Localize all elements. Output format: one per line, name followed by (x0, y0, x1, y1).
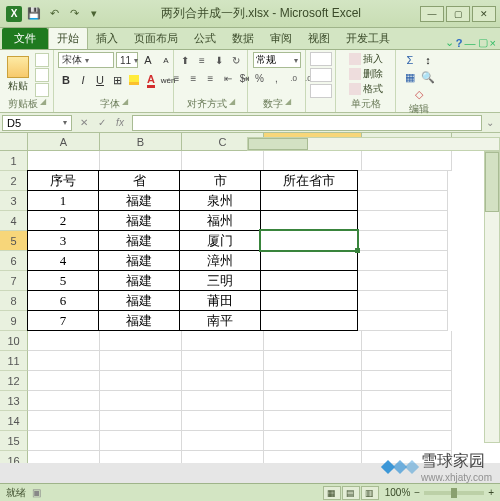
cell-B7[interactable]: 福建 (98, 270, 180, 291)
cell-B5[interactable]: 福建 (98, 230, 180, 251)
cell-A15[interactable] (28, 431, 100, 451)
cond-format-icon[interactable] (310, 52, 332, 66)
row-header-6[interactable]: 6 (0, 251, 28, 271)
cell-E6[interactable] (358, 251, 448, 271)
cell-E3[interactable] (358, 191, 448, 211)
select-all-corner[interactable] (0, 133, 28, 150)
cell-D1[interactable] (264, 151, 362, 171)
row-header-9[interactable]: 9 (0, 311, 28, 331)
row-header-7[interactable]: 7 (0, 271, 28, 291)
cell-B4[interactable]: 福建 (98, 210, 180, 231)
formula-bar[interactable] (132, 115, 482, 131)
row-header-1[interactable]: 1 (0, 151, 28, 171)
orientation-icon[interactable]: ↻ (228, 52, 244, 68)
number-format-combo[interactable]: 常规 (253, 52, 301, 68)
font-size-combo[interactable]: 11 (116, 52, 138, 68)
insert-cells-button[interactable]: 插入 (349, 52, 383, 66)
page-break-view-icon[interactable]: ▥ (361, 486, 379, 500)
indent-dec-icon[interactable]: ⇤ (220, 70, 236, 86)
align-bottom-icon[interactable]: ⬇ (211, 52, 227, 68)
close-button[interactable]: ✕ (472, 6, 496, 22)
window-min-icon[interactable]: — (465, 37, 476, 49)
align-right-icon[interactable]: ≡ (203, 70, 219, 86)
row-header-15[interactable]: 15 (0, 431, 28, 451)
cell-D12[interactable] (264, 371, 362, 391)
row-header-13[interactable]: 13 (0, 391, 28, 411)
fill-color-button[interactable] (126, 72, 142, 88)
cell-B6[interactable]: 福建 (98, 250, 180, 271)
delete-cells-button[interactable]: 删除 (349, 67, 383, 81)
tab-review[interactable]: 审阅 (262, 28, 300, 49)
copy-icon[interactable] (35, 68, 49, 82)
cancel-formula-icon[interactable]: ✕ (76, 115, 92, 131)
cell-D6[interactable] (260, 250, 358, 271)
cell-B9[interactable]: 福建 (98, 310, 180, 331)
column-header-A[interactable]: A (28, 133, 100, 150)
tab-developer[interactable]: 开发工具 (338, 28, 398, 49)
row-header-4[interactable]: 4 (0, 211, 28, 231)
cell-C15[interactable] (182, 431, 264, 451)
cell-E10[interactable] (362, 331, 452, 351)
cell-B14[interactable] (100, 411, 182, 431)
cell-B13[interactable] (100, 391, 182, 411)
cell-C16[interactable] (182, 451, 264, 463)
cell-E2[interactable] (358, 171, 448, 191)
inc-decimal-icon[interactable]: .0 (286, 70, 302, 86)
save-icon[interactable]: 💾 (26, 6, 42, 22)
font-name-combo[interactable]: 宋体 (58, 52, 114, 68)
tab-insert[interactable]: 插入 (88, 28, 126, 49)
cell-A1[interactable] (28, 151, 100, 171)
cell-E5[interactable] (358, 231, 448, 251)
cell-D3[interactable] (260, 190, 358, 211)
cell-C6[interactable]: 漳州 (179, 250, 261, 271)
name-box[interactable]: D5 (2, 115, 72, 131)
page-layout-view-icon[interactable]: ▤ (342, 486, 360, 500)
column-header-B[interactable]: B (100, 133, 182, 150)
font-color-button[interactable]: A (143, 72, 159, 88)
cell-D10[interactable] (264, 331, 362, 351)
number-launcher-icon[interactable]: ◢ (285, 97, 291, 111)
cell-A4[interactable]: 2 (27, 210, 99, 231)
zoom-slider[interactable] (424, 491, 484, 495)
currency-icon[interactable]: $ (235, 70, 251, 86)
minimize-ribbon-icon[interactable]: ⌄ (445, 36, 454, 49)
cell-C12[interactable] (182, 371, 264, 391)
cell-E8[interactable] (358, 291, 448, 311)
align-middle-icon[interactable]: ≡ (194, 52, 210, 68)
cut-icon[interactable] (35, 53, 49, 67)
cell-C5[interactable]: 厦门 (179, 230, 261, 251)
cell-C14[interactable] (182, 411, 264, 431)
cell-A11[interactable] (28, 351, 100, 371)
normal-view-icon[interactable]: ▦ (323, 486, 341, 500)
format-cells-button[interactable]: 格式 (349, 82, 383, 96)
zoom-slider-thumb[interactable] (451, 488, 457, 498)
row-header-12[interactable]: 12 (0, 371, 28, 391)
find-icon[interactable]: 🔍 (420, 69, 436, 85)
zoom-in-icon[interactable]: + (488, 487, 494, 498)
row-header-11[interactable]: 11 (0, 351, 28, 371)
cell-C9[interactable]: 南平 (179, 310, 261, 331)
cell-B15[interactable] (100, 431, 182, 451)
font-launcher-icon[interactable]: ◢ (122, 97, 128, 111)
cell-C1[interactable] (182, 151, 264, 171)
comma-icon[interactable]: , (269, 70, 285, 86)
row-header-3[interactable]: 3 (0, 191, 28, 211)
macro-record-icon[interactable]: ▣ (32, 487, 41, 498)
cell-D16[interactable] (264, 451, 362, 463)
cell-D15[interactable] (264, 431, 362, 451)
cell-A3[interactable]: 1 (27, 190, 99, 211)
bold-button[interactable]: B (58, 72, 74, 88)
tab-view[interactable]: 视图 (300, 28, 338, 49)
tab-data[interactable]: 数据 (224, 28, 262, 49)
cell-A13[interactable] (28, 391, 100, 411)
autosum-icon[interactable]: Σ (402, 52, 418, 68)
tab-formulas[interactable]: 公式 (186, 28, 224, 49)
grow-font-icon[interactable]: A (140, 52, 156, 68)
row-header-8[interactable]: 8 (0, 291, 28, 311)
cell-A10[interactable] (28, 331, 100, 351)
expand-formula-icon[interactable]: ⌄ (482, 115, 498, 131)
cell-A2[interactable]: 序号 (27, 170, 99, 191)
cell-C11[interactable] (182, 351, 264, 371)
cell-A6[interactable]: 4 (27, 250, 99, 271)
align-left-icon[interactable]: ≡ (169, 70, 185, 86)
